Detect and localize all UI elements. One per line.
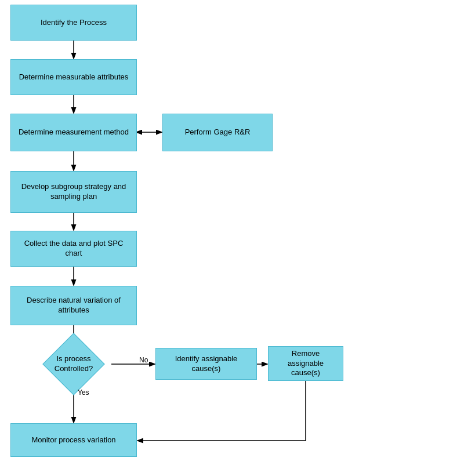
remove-box: Remove assignable cause(s) (268, 346, 343, 381)
describe-box: Describe natural variation of attributes (10, 286, 137, 325)
yes-label: Yes (78, 388, 89, 397)
gage-box: Perform Gage R&R (162, 114, 273, 151)
monitor-box: Monitor process variation (10, 423, 137, 457)
flowchart: Identify the Process Determine measurabl… (0, 0, 475, 476)
identify-box: Identify the Process (10, 5, 137, 41)
method-box: Determine measurement method (10, 114, 137, 151)
assignable-box: Identify assignable cause(s) (155, 348, 257, 380)
collect-box: Collect the data and plot SPC chart (10, 231, 137, 267)
measurable-box: Determine measurable attributes (10, 59, 137, 95)
controlled-diamond: Is process Controlled? (39, 343, 108, 386)
subgroup-box: Develop subgroup strategy and sampling p… (10, 171, 137, 213)
no-label: No (139, 356, 148, 364)
